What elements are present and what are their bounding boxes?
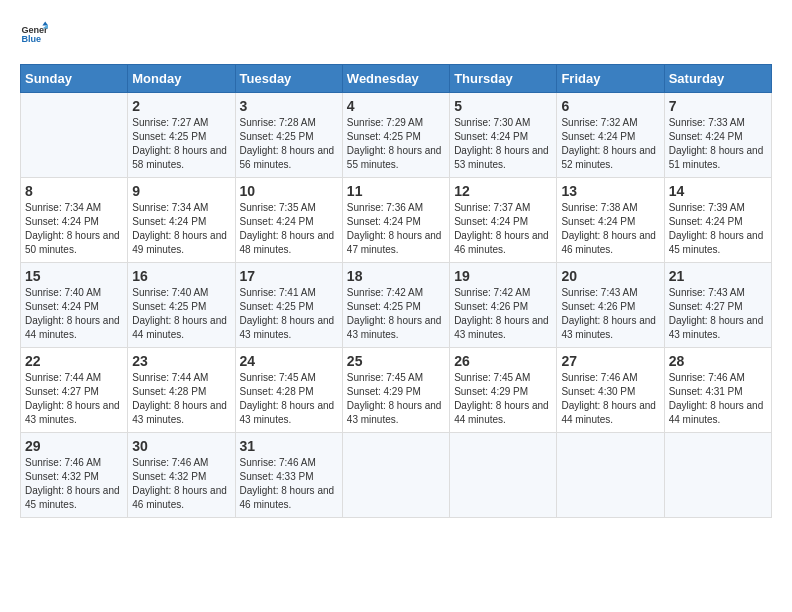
day-info: Sunrise: 7:35 AMSunset: 4:24 PMDaylight:… [240,201,338,257]
calendar-cell: 26Sunrise: 7:45 AMSunset: 4:29 PMDayligh… [450,348,557,433]
calendar-cell: 27Sunrise: 7:46 AMSunset: 4:30 PMDayligh… [557,348,664,433]
calendar-cell: 15Sunrise: 7:40 AMSunset: 4:24 PMDayligh… [21,263,128,348]
day-number: 4 [347,98,445,114]
day-number: 8 [25,183,123,199]
day-number: 10 [240,183,338,199]
day-header-sunday: Sunday [21,65,128,93]
day-number: 24 [240,353,338,369]
calendar-cell: 3Sunrise: 7:28 AMSunset: 4:25 PMDaylight… [235,93,342,178]
calendar-cell: 18Sunrise: 7:42 AMSunset: 4:25 PMDayligh… [342,263,449,348]
day-header-friday: Friday [557,65,664,93]
day-info: Sunrise: 7:42 AMSunset: 4:26 PMDaylight:… [454,286,552,342]
calendar-cell: 23Sunrise: 7:44 AMSunset: 4:28 PMDayligh… [128,348,235,433]
calendar-cell: 19Sunrise: 7:42 AMSunset: 4:26 PMDayligh… [450,263,557,348]
day-number: 29 [25,438,123,454]
calendar-cell: 4Sunrise: 7:29 AMSunset: 4:25 PMDaylight… [342,93,449,178]
calendar-cell: 29Sunrise: 7:46 AMSunset: 4:32 PMDayligh… [21,433,128,518]
calendar-row: 15Sunrise: 7:40 AMSunset: 4:24 PMDayligh… [21,263,772,348]
day-info: Sunrise: 7:46 AMSunset: 4:33 PMDaylight:… [240,456,338,512]
day-info: Sunrise: 7:28 AMSunset: 4:25 PMDaylight:… [240,116,338,172]
calendar-cell: 24Sunrise: 7:45 AMSunset: 4:28 PMDayligh… [235,348,342,433]
svg-text:Blue: Blue [21,34,41,44]
day-info: Sunrise: 7:45 AMSunset: 4:28 PMDaylight:… [240,371,338,427]
calendar-cell: 8Sunrise: 7:34 AMSunset: 4:24 PMDaylight… [21,178,128,263]
day-info: Sunrise: 7:27 AMSunset: 4:25 PMDaylight:… [132,116,230,172]
calendar-cell: 14Sunrise: 7:39 AMSunset: 4:24 PMDayligh… [664,178,771,263]
day-number: 31 [240,438,338,454]
day-number: 27 [561,353,659,369]
day-number: 13 [561,183,659,199]
calendar-cell: 20Sunrise: 7:43 AMSunset: 4:26 PMDayligh… [557,263,664,348]
day-info: Sunrise: 7:44 AMSunset: 4:28 PMDaylight:… [132,371,230,427]
day-number: 2 [132,98,230,114]
day-info: Sunrise: 7:38 AMSunset: 4:24 PMDaylight:… [561,201,659,257]
day-number: 7 [669,98,767,114]
day-number: 16 [132,268,230,284]
day-info: Sunrise: 7:30 AMSunset: 4:24 PMDaylight:… [454,116,552,172]
day-number: 17 [240,268,338,284]
calendar-row: 22Sunrise: 7:44 AMSunset: 4:27 PMDayligh… [21,348,772,433]
day-info: Sunrise: 7:44 AMSunset: 4:27 PMDaylight:… [25,371,123,427]
day-number: 23 [132,353,230,369]
calendar-cell: 28Sunrise: 7:46 AMSunset: 4:31 PMDayligh… [664,348,771,433]
calendar-cell: 16Sunrise: 7:40 AMSunset: 4:25 PMDayligh… [128,263,235,348]
calendar-cell: 25Sunrise: 7:45 AMSunset: 4:29 PMDayligh… [342,348,449,433]
day-number: 18 [347,268,445,284]
logo-icon: General Blue [20,20,48,48]
day-header-wednesday: Wednesday [342,65,449,93]
calendar-row: 29Sunrise: 7:46 AMSunset: 4:32 PMDayligh… [21,433,772,518]
calendar-row: 2Sunrise: 7:27 AMSunset: 4:25 PMDaylight… [21,93,772,178]
calendar-row: 8Sunrise: 7:34 AMSunset: 4:24 PMDaylight… [21,178,772,263]
calendar-cell: 13Sunrise: 7:38 AMSunset: 4:24 PMDayligh… [557,178,664,263]
day-info: Sunrise: 7:33 AMSunset: 4:24 PMDaylight:… [669,116,767,172]
calendar-cell [450,433,557,518]
day-number: 5 [454,98,552,114]
day-info: Sunrise: 7:45 AMSunset: 4:29 PMDaylight:… [347,371,445,427]
day-number: 25 [347,353,445,369]
calendar-cell: 21Sunrise: 7:43 AMSunset: 4:27 PMDayligh… [664,263,771,348]
calendar-cell [664,433,771,518]
day-info: Sunrise: 7:40 AMSunset: 4:24 PMDaylight:… [25,286,123,342]
calendar-table: SundayMondayTuesdayWednesdayThursdayFrid… [20,64,772,518]
calendar-cell: 5Sunrise: 7:30 AMSunset: 4:24 PMDaylight… [450,93,557,178]
day-number: 26 [454,353,552,369]
day-info: Sunrise: 7:46 AMSunset: 4:32 PMDaylight:… [132,456,230,512]
calendar-cell: 6Sunrise: 7:32 AMSunset: 4:24 PMDaylight… [557,93,664,178]
day-info: Sunrise: 7:34 AMSunset: 4:24 PMDaylight:… [25,201,123,257]
calendar-cell: 17Sunrise: 7:41 AMSunset: 4:25 PMDayligh… [235,263,342,348]
day-number: 14 [669,183,767,199]
calendar-cell: 31Sunrise: 7:46 AMSunset: 4:33 PMDayligh… [235,433,342,518]
svg-text:General: General [21,25,48,35]
day-info: Sunrise: 7:41 AMSunset: 4:25 PMDaylight:… [240,286,338,342]
day-info: Sunrise: 7:40 AMSunset: 4:25 PMDaylight:… [132,286,230,342]
logo: General Blue [20,20,48,48]
calendar-cell: 22Sunrise: 7:44 AMSunset: 4:27 PMDayligh… [21,348,128,433]
day-number: 9 [132,183,230,199]
calendar-cell [557,433,664,518]
calendar-cell: 10Sunrise: 7:35 AMSunset: 4:24 PMDayligh… [235,178,342,263]
day-info: Sunrise: 7:37 AMSunset: 4:24 PMDaylight:… [454,201,552,257]
day-header-thursday: Thursday [450,65,557,93]
day-number: 6 [561,98,659,114]
day-header-monday: Monday [128,65,235,93]
calendar-cell [342,433,449,518]
day-number: 19 [454,268,552,284]
day-number: 12 [454,183,552,199]
calendar-cell: 9Sunrise: 7:34 AMSunset: 4:24 PMDaylight… [128,178,235,263]
day-number: 21 [669,268,767,284]
page-header: General Blue [20,20,772,48]
day-info: Sunrise: 7:46 AMSunset: 4:32 PMDaylight:… [25,456,123,512]
day-header-tuesday: Tuesday [235,65,342,93]
day-info: Sunrise: 7:43 AMSunset: 4:26 PMDaylight:… [561,286,659,342]
day-info: Sunrise: 7:39 AMSunset: 4:24 PMDaylight:… [669,201,767,257]
day-number: 11 [347,183,445,199]
calendar-cell: 2Sunrise: 7:27 AMSunset: 4:25 PMDaylight… [128,93,235,178]
day-info: Sunrise: 7:36 AMSunset: 4:24 PMDaylight:… [347,201,445,257]
day-header-saturday: Saturday [664,65,771,93]
day-info: Sunrise: 7:46 AMSunset: 4:30 PMDaylight:… [561,371,659,427]
calendar-cell: 12Sunrise: 7:37 AMSunset: 4:24 PMDayligh… [450,178,557,263]
day-number: 28 [669,353,767,369]
day-number: 22 [25,353,123,369]
day-info: Sunrise: 7:29 AMSunset: 4:25 PMDaylight:… [347,116,445,172]
day-info: Sunrise: 7:46 AMSunset: 4:31 PMDaylight:… [669,371,767,427]
